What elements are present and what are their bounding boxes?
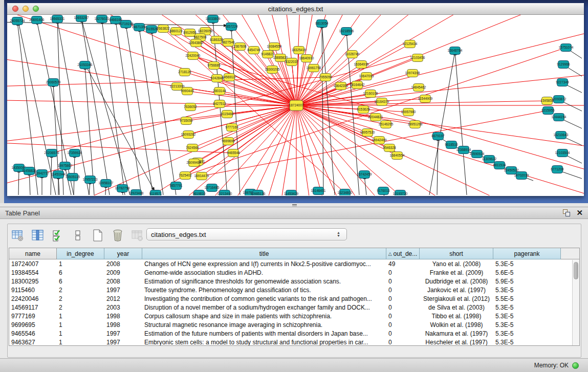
citation-edge-red[interactable]	[7, 105, 296, 186]
table-cell[interactable]: 0	[386, 277, 420, 286]
graph-node[interactable]: 7663822	[157, 25, 170, 33]
table-cell[interactable]: 5.3E-5	[493, 338, 561, 346]
graph-node[interactable]: 10974398	[405, 70, 420, 77]
citation-edge-black[interactable]	[18, 169, 19, 195]
citation-edge-black[interactable]	[437, 137, 438, 195]
graph-node[interactable]: 10985136	[251, 190, 266, 196]
zoom-window-icon[interactable]	[33, 6, 39, 12]
table-row[interactable]: 946554611997Estimation of the future num…	[9, 329, 579, 338]
graph-node[interactable]: 16164379	[375, 98, 389, 106]
graph-node[interactable]: 16364915	[354, 61, 369, 69]
table-cell[interactable]: 0	[386, 329, 420, 338]
graph-node[interactable]: 15276021	[95, 15, 110, 23]
graph-node[interactable]: 7515526	[145, 26, 158, 33]
graph-node[interactable]: 16840554	[390, 152, 405, 160]
graph-node[interactable]: 10213490	[217, 190, 232, 196]
table-cell[interactable]: Stergiakouli et al. (2012)	[420, 294, 493, 303]
column-header-in_degree[interactable]: in_degree	[57, 248, 104, 259]
table-cell[interactable]: Disruption of a novel member of a sodium…	[142, 303, 386, 312]
table-cell[interactable]: Wolkin et al. (1998)	[420, 320, 493, 329]
graph-node[interactable]: 9699695	[222, 138, 235, 145]
citation-edge-red[interactable]	[296, 15, 584, 105]
citation-edge-black[interactable]	[455, 52, 467, 195]
table-cell[interactable]: 9699695	[9, 320, 57, 329]
table-row[interactable]: 1830029562008Estimation of significance …	[9, 277, 579, 286]
graph-node[interactable]: 14702039	[514, 172, 529, 180]
graph-node[interactable]: 16234800	[338, 189, 353, 196]
graph-node[interactable]: 11544909	[418, 95, 433, 103]
citation-edge-black[interactable]	[116, 21, 141, 195]
graph-node[interactable]: 12368914	[456, 146, 471, 154]
table-cell[interactable]: 5.3E-5	[493, 329, 561, 338]
column-header-pagerank[interactable]: pagerank	[493, 248, 561, 259]
graph-node[interactable]: 15146265	[379, 121, 394, 128]
citation-edge-black[interactable]	[29, 172, 30, 195]
graph-node[interactable]: 10647093	[359, 73, 374, 80]
table-cell[interactable]: 2	[57, 303, 104, 312]
column-header-year[interactable]: year	[104, 248, 142, 259]
graph-node[interactable]: 18164642	[350, 81, 365, 89]
citation-edge-red[interactable]	[190, 105, 296, 107]
graph-node[interactable]: 24055724	[10, 17, 25, 25]
table-row[interactable]: 946362711997Embryonic stem cells: a mode…	[9, 338, 579, 346]
graph-node[interactable]: 9119571	[149, 190, 162, 196]
graph-node[interactable]: 12923488	[129, 190, 144, 196]
citation-edge-red[interactable]	[296, 15, 584, 105]
citation-edge-red[interactable]	[296, 105, 584, 195]
graph-node[interactable]: 16914479	[194, 172, 209, 180]
row-height-icon[interactable]	[71, 228, 85, 243]
graph-node[interactable]: 11026749	[345, 51, 360, 58]
select-columns-icon[interactable]	[31, 228, 45, 243]
table-cell[interactable]: Tibbo et al. (1998)	[420, 312, 493, 320]
table-cell[interactable]: 49	[386, 259, 420, 268]
graph-node[interactable]: 22044821	[368, 114, 383, 121]
graph-node[interactable]: 20206576	[45, 149, 59, 157]
graph-node[interactable]: 8813054	[315, 20, 329, 28]
table-cell[interactable]: 1	[57, 312, 104, 320]
table-cell[interactable]: 1	[57, 320, 104, 329]
graph-node[interactable]: 7857224	[225, 23, 238, 31]
graph-node[interactable]: 9227349	[556, 79, 569, 86]
graph-node[interactable]: 9176013	[377, 187, 390, 195]
table-cell[interactable]: 1997	[104, 338, 142, 346]
graph-node[interactable]: 9146821	[261, 51, 274, 58]
graph-node[interactable]: 10193720	[393, 190, 408, 196]
memory-status-icon[interactable]	[572, 362, 579, 369]
graph-node[interactable]: 16648784	[448, 47, 463, 55]
split-pane-divider[interactable]	[0, 203, 588, 207]
table-cell[interactable]: 0	[386, 303, 420, 312]
network-view-window[interactable]: citations_edges.txt 18724007240557242069…	[4, 0, 588, 203]
table-row[interactable]: 1456911722003Disruption of a novel membe…	[9, 303, 579, 312]
table-selector-dropdown[interactable]: citations_edges.txt ▲▼	[146, 228, 347, 240]
table-cell[interactable]: 6	[57, 277, 104, 286]
citation-edge-red[interactable]	[296, 105, 584, 195]
table-row[interactable]: 977716911998Corpus callosum shape and si…	[9, 312, 579, 320]
graph-node[interactable]: 17957223	[83, 176, 98, 184]
graph-node[interactable]: 11309622	[482, 156, 497, 163]
table-cell[interactable]: 1998	[104, 312, 142, 320]
delete-table-icon[interactable]	[111, 228, 125, 243]
graph-node[interactable]: 16942469	[372, 137, 387, 144]
table-cell[interactable]: Structural magnetic resonance image aver…	[142, 320, 386, 329]
citation-edge-red[interactable]	[296, 105, 584, 195]
graph-node[interactable]: 12103504	[555, 149, 570, 157]
citation-edge-red[interactable]	[296, 15, 584, 105]
column-header-title[interactable]: title	[142, 248, 386, 259]
citation-edge-black[interactable]	[151, 30, 176, 195]
table-row[interactable]: 1872400712008Changes of HCN gene express…	[9, 259, 579, 268]
table-cell[interactable]: 0	[386, 338, 420, 346]
table-cell[interactable]: 5.3E-5	[493, 259, 561, 268]
citation-edge-red[interactable]	[296, 105, 584, 195]
graph-node[interactable]: 9827546	[222, 39, 235, 47]
citation-edge-black[interactable]	[231, 28, 240, 195]
graph-node[interactable]: 14569117	[222, 74, 237, 81]
citation-edge-red[interactable]	[296, 105, 584, 195]
graph-node[interactable]: 18300295	[265, 66, 280, 74]
graph-node[interactable]: 16033809	[206, 15, 221, 23]
citation-edge-red[interactable]	[296, 15, 584, 105]
graph-node[interactable]: 8454749	[247, 47, 260, 54]
graph-node[interactable]: 8860123	[169, 28, 183, 35]
table-cell[interactable]: 19384554	[9, 268, 57, 277]
table-cell[interactable]: 2009	[104, 268, 142, 277]
graph-node[interactable]: 21053346	[78, 61, 93, 69]
